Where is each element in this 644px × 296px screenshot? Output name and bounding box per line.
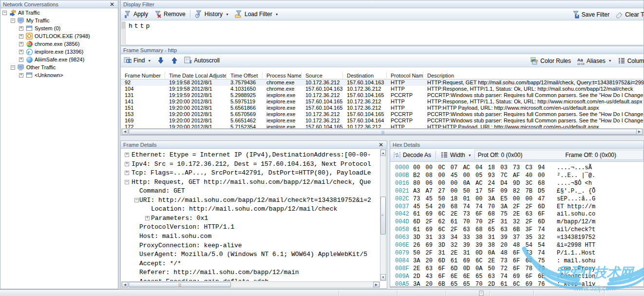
detail-line[interactable]: Accept-Encoding: gzip,deflate,sdch bbox=[121, 278, 373, 281]
aliases-button[interactable]: Aa12:C3 Aliases ▼ bbox=[574, 56, 615, 66]
clear-text-button[interactable]: Clear Text bbox=[612, 10, 644, 20]
details-hscrollbar[interactable]: ◀ ||| ▶ bbox=[121, 281, 380, 288]
hex-row[interactable]: 004261 69 6C 2E 73 6F 68 75 2E 63 6Fail.… bbox=[390, 211, 644, 218]
collapse-icon[interactable]: − bbox=[11, 65, 15, 70]
filter-editor[interactable]: http bbox=[121, 21, 644, 45]
column-header-frame-number[interactable]: Frame Number bbox=[121, 72, 165, 79]
find-next-button[interactable] bbox=[154, 56, 168, 65]
hex-row[interactable]: 00A53A 20 6B 65 65 70 2D 61 6C 69 76: ke… bbox=[390, 281, 644, 287]
table-row[interactable]: 10419:19:58 2012/8/14.1031650chrome.exe1… bbox=[121, 86, 644, 92]
hex-row[interactable]: 000BB2 08 00 45 00 05 93 7C AF 40 00²..E… bbox=[390, 172, 644, 180]
close-icon[interactable]: ✕ bbox=[378, 142, 384, 147]
scrollbar-thumb[interactable]: ||| bbox=[129, 282, 231, 287]
hex-row[interactable]: 002C73 45 50 18 01 00 3A E5 00 00 47sEP.… bbox=[390, 196, 644, 203]
scroll-up-button[interactable]: ▲ bbox=[380, 150, 386, 156]
expand-icon[interactable]: + bbox=[19, 34, 23, 39]
tree-item[interactable]: +<Unknown> bbox=[0, 71, 118, 79]
hex-row[interactable]: 003745 54 20 68 74 74 70 3A 2F 2F 6DET h… bbox=[390, 203, 644, 211]
autoscroll-button[interactable]: Autoscroll bbox=[181, 56, 223, 65]
expand-icon[interactable]: + bbox=[19, 58, 23, 62]
column-header-time-offset[interactable]: Time Offset bbox=[227, 72, 263, 79]
remove-filter-button[interactable]: Remove bbox=[151, 9, 189, 19]
load-filter-button[interactable]: Load Filter ▼ bbox=[232, 9, 282, 19]
expand-icon[interactable]: + bbox=[19, 50, 23, 54]
scrollbar-thumb[interactable]: ≡ bbox=[380, 197, 386, 235]
detail-line[interactable]: +Ipv4: Src = 10.172.36.212, Dest = 157.6… bbox=[121, 160, 373, 169]
detail-line[interactable]: Location: http://mail.sohu.com/bapp/12/m… bbox=[121, 205, 373, 214]
hex-row[interactable]: 00843A 20 6D 61 69 6C 2E 73 6F 68 75: ma… bbox=[390, 257, 644, 265]
detail-line[interactable]: −URI: http://mail.sohu.com/bapp/12/mail/… bbox=[121, 197, 373, 205]
expand-icon[interactable]: + bbox=[19, 42, 23, 46]
scroll-right-button[interactable]: ▶ bbox=[636, 129, 643, 135]
hex-row[interactable]: 000000 00 0C 07 AC 04 18 03 73 C3 94....… bbox=[390, 164, 644, 172]
detail-line[interactable]: UserAgent: Mozilla/5.0 (Windows NT 6.1; … bbox=[121, 251, 373, 259]
detail-line[interactable]: +Parameters: 0x1 bbox=[121, 215, 373, 223]
collapse-icon[interactable]: − bbox=[134, 198, 139, 202]
close-icon[interactable]: ✕ bbox=[109, 2, 115, 7]
table-row[interactable]: 15119:20:00 2012/8/15.6561866iexplore.ex… bbox=[121, 105, 644, 111]
expand-icon[interactable]: + bbox=[125, 162, 129, 166]
scroll-left-button[interactable]: ◀ bbox=[122, 282, 128, 287]
hex-row[interactable]: 001680 06 00 00 0A AC 24 D4 9D 3C 68....… bbox=[390, 180, 644, 188]
column-header-description[interactable]: Description bbox=[423, 72, 644, 79]
hex-row[interactable]: 006E26 69 3D 32 39 39 38 20 48 54 54&i=2… bbox=[390, 242, 644, 250]
expand-icon[interactable]: + bbox=[145, 216, 150, 220]
expand-icon[interactable]: + bbox=[125, 171, 129, 175]
save-filter-button[interactable]: Save Filter bbox=[569, 10, 612, 20]
table-row[interactable]: 14119:20:00 2012/8/15.5975119iexplore.ex… bbox=[121, 99, 644, 105]
column-header-protocol-name[interactable]: Protocol Name bbox=[387, 72, 423, 79]
scroll-right-button[interactable]: ▶ bbox=[373, 282, 379, 287]
tree-item[interactable]: +eiexplore.exe (13396) bbox=[0, 48, 118, 56]
table-row[interactable]: 17219:20:00 2012/8/15.7152354iexplore.ex… bbox=[121, 124, 644, 128]
hex-row[interactable]: 004D6D 2F 62 61 70 70 2F 31 32 2F 6Dm/ba… bbox=[390, 218, 644, 226]
collapse-icon[interactable]: − bbox=[125, 180, 129, 184]
table-row[interactable]: 9219:19:58 2012/8/13.7579436chrome.exe10… bbox=[121, 79, 644, 86]
detail-line[interactable]: Host: mail.sohu.com bbox=[121, 233, 373, 241]
hex-row[interactable]: 007950 2F 31 2E 31 0D 0A 48 6F 73 74P/1.… bbox=[390, 250, 644, 257]
tree-item[interactable]: +System (0) bbox=[0, 24, 118, 32]
hex-dump[interactable]: 000000 00 0C 07 AC 04 18 03 73 C3 94....… bbox=[390, 163, 644, 286]
apply-filter-button[interactable]: Apply bbox=[121, 9, 151, 19]
tree-item[interactable]: −All Traffic bbox=[0, 9, 118, 17]
detail-line[interactable]: −Http: Request, GET http://mail.sohu.com… bbox=[121, 178, 373, 187]
detail-line[interactable]: Command: GET bbox=[121, 187, 373, 196]
summary-hscrollbar[interactable]: ◀ ||| ▶ bbox=[121, 128, 643, 135]
collapse-icon[interactable]: − bbox=[2, 11, 7, 15]
expand-icon[interactable]: + bbox=[19, 26, 23, 31]
table-row[interactable]: 13119:19:59 2012/8/15.2988925iexplore.ex… bbox=[121, 92, 644, 99]
detail-line[interactable]: +Ethernet: Etype = Internet IP (IPv4),De… bbox=[121, 151, 373, 160]
scrollbar-thumb[interactable]: ||| bbox=[129, 129, 637, 135]
hex-row[interactable]: 005861 69 6C 2F 63 68 65 63 6B 3F 74ail/… bbox=[390, 226, 644, 234]
hex-row[interactable]: 009A2D 43 6F 6E 6E 65 63 74 69 6F 6E-Con… bbox=[390, 273, 644, 281]
expand-icon[interactable]: + bbox=[125, 153, 129, 157]
find-button[interactable]: Find ▼ bbox=[121, 56, 154, 65]
scroll-down-button[interactable]: ▼ bbox=[380, 274, 386, 280]
hex-row[interactable]: 00633D 31 33 34 33 38 31 39 37 35 32=134… bbox=[390, 234, 644, 242]
details-vscrollbar[interactable]: ▲ ≡ ▼ bbox=[380, 149, 386, 281]
detail-line[interactable]: Referer: http://mail.sohu.com/bapp/12/ma… bbox=[121, 269, 373, 277]
column-header-process-name[interactable]: Process Name bbox=[263, 72, 302, 79]
detail-line[interactable]: Accept: */* bbox=[121, 260, 373, 269]
history-button[interactable]: History ▼ bbox=[192, 9, 232, 19]
column-header-source[interactable]: Source bbox=[302, 72, 343, 79]
hex-row[interactable]: 0021A3 A7 27 00 50 17 5F 09 82 7B D5£§'.… bbox=[390, 188, 644, 196]
tree-item[interactable]: +OUTLOOK.EXE (7948) bbox=[0, 32, 118, 40]
tree-item[interactable]: +chrome.exe (3856) bbox=[0, 40, 118, 48]
hex-row[interactable]: 008F2E 63 6F 6D 0D 0A 50 72 6F 78 79.com… bbox=[390, 265, 644, 273]
tree-item[interactable]: −My Traffic bbox=[0, 17, 118, 24]
column-header-destination[interactable]: Destination bbox=[343, 72, 387, 79]
columns-button[interactable]: Columns bbox=[615, 56, 644, 66]
table-row[interactable]: 16919:20:00 2012/8/15.6651462iexplore.ex… bbox=[121, 118, 644, 124]
frame-details-tree[interactable]: +Ethernet: Etype = Internet IP (IPv4),De… bbox=[121, 149, 380, 281]
find-previous-button[interactable] bbox=[168, 56, 181, 65]
tree-item[interactable]: +AliimSafe.exe (9824) bbox=[0, 56, 118, 63]
table-row[interactable]: 15319:20:00 2012/8/15.6570569iexplore.ex… bbox=[121, 111, 644, 118]
column-header-time-date-local-adjusted[interactable]: Time Date Local Adjusted bbox=[165, 72, 227, 79]
detail-line[interactable]: +Tcp: Flags=...AP..., SrcPort=42791, Dst… bbox=[121, 169, 373, 178]
expand-icon[interactable]: + bbox=[19, 73, 23, 78]
detail-line[interactable]: ProxyConnection: keep-alive bbox=[121, 242, 373, 251]
color-rules-button[interactable]: ab Color Rules bbox=[528, 56, 574, 66]
collapse-icon[interactable]: − bbox=[11, 19, 15, 23]
scroll-left-button[interactable]: ◀ bbox=[122, 129, 128, 135]
decode-as-button[interactable]: Decode As bbox=[390, 150, 434, 160]
